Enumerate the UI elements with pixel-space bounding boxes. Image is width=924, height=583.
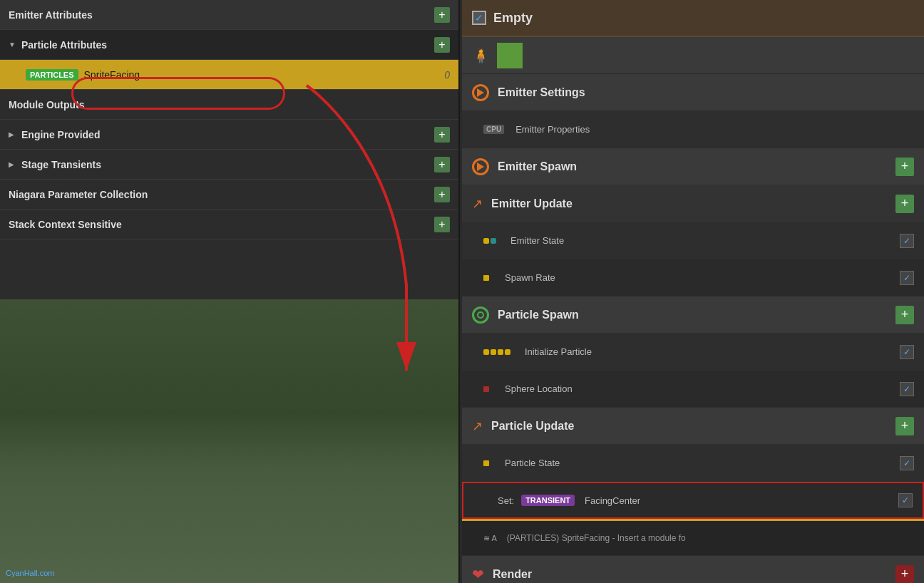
spawn-rate-checkbox[interactable] [900,271,914,285]
particles-spritefacing-hint-label: (PARTICLES) SpriteFacing - Insert a modu… [501,533,914,543]
engine-provided-expand[interactable]: ▶ [9,130,17,139]
render-icon: ❤ [472,566,484,583]
sphere-location-label: Sphere Location [499,383,900,394]
particle-update-plus[interactable]: + [895,417,914,435]
niagara-parameter-collection-label: Niagara Parameter Collection [9,189,434,200]
particle-attributes-plus[interactable]: + [434,37,450,53]
particles-spritefacing-row[interactable]: PARTICLES SpriteFacing 0 [0,60,458,90]
sprite-facing-label: SpriteFacing [84,69,140,81]
sphere-location-checkbox[interactable] [900,382,914,396]
left-panel: Emitter Attributes + ▼ Particle Attribut… [0,0,460,583]
engine-provided-label: Engine Provided [21,129,434,140]
background-scenery [0,299,460,583]
person-icon: 🧍 [472,47,490,64]
particles-badge: PARTICLES [26,69,78,81]
watermark: CyanHall.com [6,569,54,577]
particle-spawn-row[interactable]: Particle Spawn + [462,296,924,334]
set-label: Set: [492,495,514,506]
cpu-badge: CPU [483,125,504,134]
emitter-spawn-arrow-icon [477,162,484,171]
dot-teal-1 [491,238,496,244]
emitter-update-plus[interactable]: + [895,195,914,213]
stage-transients-plus[interactable]: + [434,157,450,172]
dot-yellow-2 [483,349,489,355]
render-row[interactable]: ❤ Render + [462,556,924,583]
emitter-state-checkbox[interactable] [900,234,914,248]
right-panel-title: Empty [493,11,533,26]
empty-checkbox[interactable] [472,11,486,25]
stage-transients-row[interactable]: ▶ Stage Transients + [0,150,458,180]
transient-facing-center-row[interactable]: Set: TRANSIENT FacingCenter [462,482,924,519]
emitter-spawn-label: Emitter Spawn [498,160,895,173]
init-particle-dots [483,349,510,355]
particles-icon-box [9,69,20,81]
emitter-update-row[interactable]: ↗ Emitter Update + [462,185,924,222]
niagara-parameter-collection-row[interactable]: Niagara Parameter Collection + [0,180,458,210]
stack-context-sensitive-row[interactable]: Stack Context Sensitive + [0,210,458,239]
particle-spawn-icon [472,306,489,324]
render-plus[interactable]: + [895,565,914,584]
sphere-location-dot [483,386,489,392]
emitter-state-row[interactable]: Emitter State [462,222,924,259]
particle-update-icon: ↗ [472,418,483,434]
render-label: Render [493,568,895,581]
niagara-parameter-collection-plus[interactable]: + [434,187,450,202]
right-sub-header: 🧍 [462,37,924,74]
initialize-particle-row[interactable]: Initialize Particle [462,334,924,371]
spawn-rate-dot [483,275,489,281]
dot-yellow-3 [491,349,496,355]
emitter-state-label: Emitter State [505,235,900,246]
right-panel-header: Empty [462,0,924,37]
particle-spawn-inner-icon [477,311,484,319]
engine-provided-plus[interactable]: + [434,127,450,143]
particle-spawn-plus[interactable]: + [895,306,914,324]
initialize-particle-checkbox[interactable] [900,345,914,359]
particle-update-row[interactable]: ↗ Particle Update + [462,408,924,445]
particles-spritefacing-hint-row[interactable]: ≋ A (PARTICLES) SpriteFacing - Insert a … [462,519,924,556]
particle-state-row[interactable]: Particle State [462,445,924,482]
sprite-facing-value: 0 [444,69,450,81]
particle-update-label: Particle Update [491,420,895,433]
left-panel-content: Emitter Attributes + ▼ Particle Attribut… [0,0,458,239]
emitter-attributes-row[interactable]: Emitter Attributes + [0,0,458,30]
particle-state-label: Particle State [499,458,900,468]
emitter-settings-row[interactable]: Emitter Settings [462,74,924,111]
initialize-particle-label: Initialize Particle [519,346,900,357]
particle-state-dot [483,460,489,466]
sphere-location-row[interactable]: Sphere Location [462,371,924,408]
emitter-state-dots [483,238,496,244]
particle-spawn-label: Particle Spawn [498,309,895,321]
emitter-spawn-icon [472,158,489,175]
emitter-spawn-plus[interactable]: + [895,158,914,176]
stack-context-sensitive-label: Stack Context Sensitive [9,219,434,230]
right-panel-items: Emitter Settings CPU Emitter Properties … [462,74,924,583]
stack-context-sensitive-plus[interactable]: + [434,217,450,232]
emitter-attributes-label: Emitter Attributes [9,9,434,21]
dot-yellow-4 [498,349,503,355]
particle-attributes-row[interactable]: ▼ Particle Attributes + [0,30,458,60]
particle-attributes-expand[interactable]: ▼ [9,41,17,49]
emitter-update-label: Emitter Update [491,197,895,210]
right-panel: Empty 🧍 Emitter Settings CPU Emitter Pro… [462,0,924,583]
particle-attributes-label: Particle Attributes [21,39,434,51]
emitter-settings-icon [472,84,489,101]
transient-badge: TRANSIENT [521,495,575,506]
particle-state-checkbox[interactable] [900,456,914,470]
facing-center-label: FacingCenter [579,495,898,506]
emitter-properties-row[interactable]: CPU Emitter Properties [462,111,924,148]
engine-provided-row[interactable]: ▶ Engine Provided + [0,120,458,150]
transient-checkbox[interactable] [898,493,913,507]
stage-transients-expand[interactable]: ▶ [9,160,17,169]
particles-hint-icons: ≋ A [483,534,497,543]
dot-yellow-1 [483,238,489,244]
dot-yellow-5 [505,349,510,355]
spawn-rate-row[interactable]: Spawn Rate [462,259,924,296]
emitter-spawn-row[interactable]: Emitter Spawn + [462,148,924,185]
module-outputs-label: Module Outputs [9,99,450,110]
emitter-attributes-plus[interactable]: + [434,7,450,23]
module-outputs-row[interactable]: Module Outputs [0,90,458,120]
emitter-update-icon: ↗ [472,196,483,212]
stage-transients-label: Stage Transients [21,159,434,170]
emitter-settings-arrow-icon [477,88,484,97]
green-square-icon [497,43,523,68]
